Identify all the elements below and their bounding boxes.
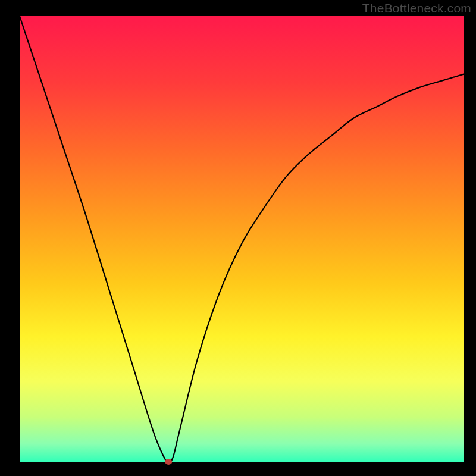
bottleneck-plot [0, 0, 476, 476]
chart-container: TheBottleneck.com [0, 0, 476, 476]
minimum-marker [165, 459, 172, 465]
plot-background [20, 16, 464, 462]
watermark-text: TheBottleneck.com [362, 1, 471, 15]
